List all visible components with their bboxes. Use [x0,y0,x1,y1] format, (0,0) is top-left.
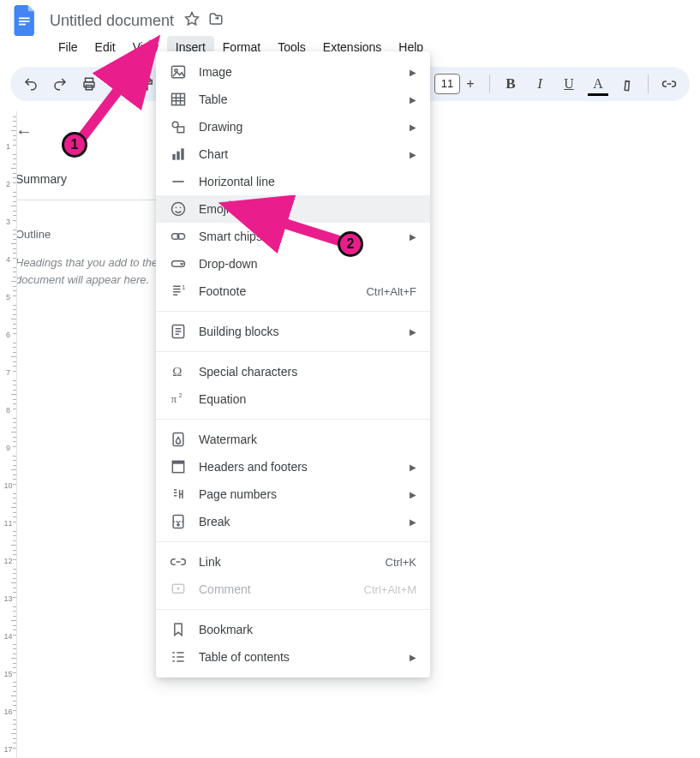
svg-rect-6 [142,78,150,82]
move-icon[interactable] [208,11,224,30]
insert-menu-building-blocks[interactable]: Building blocks▶ [156,318,430,345]
italic-button[interactable]: I [531,75,548,93]
menu-item-label: Watermark [199,433,416,446]
menu-edit[interactable]: Edit [87,36,124,58]
svg-rect-11 [177,127,184,133]
insert-menu-break[interactable]: Break▶ [156,508,430,535]
menu-item-label: Comment [199,582,364,596]
menu-item-label: Drop-down [199,257,416,271]
menu-item-label: Table of contents [199,650,410,664]
insert-menu-dropdown: Image▶Table▶Drawing▶Chart▶Horizontal lin… [156,51,430,677]
insert-menu-equation[interactable]: π2Equation [156,385,430,413]
docs-logo-icon[interactable] [10,5,41,36]
menu-shortcut: Ctrl+Alt+M [364,583,416,596]
menu-item-label: Equation [199,392,416,406]
undo-button[interactable] [22,75,39,93]
insert-menu-watermark[interactable]: Watermark [156,426,430,453]
insert-menu-special-characters[interactable]: ΩSpecial characters [156,358,430,385]
menu-item-label: Horizontal line [199,175,416,188]
svg-rect-20 [172,261,185,267]
svg-rect-18 [172,234,179,240]
insert-menu-smart-chips[interactable]: Smart chips▶ [156,223,430,250]
menu-divider [156,351,430,352]
menu-item-label: Link [199,555,386,569]
outline-heading: Outline [15,228,168,241]
bookmark-icon [170,621,187,638]
submenu-arrow-icon: ▶ [410,327,416,337]
back-arrow-icon[interactable]: ← [15,122,168,141]
insert-menu-image[interactable]: Image▶ [156,58,430,86]
insert-menu-page-numbers[interactable]: Page numbers▶ [156,480,430,508]
menu-item-label: Headers and footers [199,460,410,474]
break-icon [170,513,187,530]
highlight-button[interactable] [615,72,639,96]
svg-rect-30 [172,584,183,593]
spellcheck-button[interactable] [110,75,127,93]
summary-heading: Summary [15,172,168,186]
svg-rect-19 [177,234,184,240]
svg-rect-26 [173,433,183,446]
insert-menu-emoji[interactable]: Emoji [156,195,430,223]
menu-shortcut: Ctrl+Alt+F [366,285,416,298]
menu-item-label: Bookmark [199,623,416,636]
image-icon [170,63,187,81]
star-icon[interactable] [184,11,200,30]
menu-item-label: Footnote [199,284,366,298]
menu-item-label: Drawing [199,120,410,134]
pagenum-icon [170,486,187,503]
bold-button[interactable]: B [502,75,519,93]
svg-rect-0 [19,17,30,19]
submenu-arrow-icon: ▶ [410,463,416,472]
insert-menu-chart[interactable]: Chart▶ [156,140,430,168]
text-color-button[interactable]: A [589,75,607,93]
menu-divider [156,541,430,542]
insert-menu-link[interactable]: LinkCtrl+K [156,548,430,576]
svg-text:2: 2 [179,392,182,398]
svg-point-16 [176,207,177,209]
submenu-arrow-icon: ▶ [410,68,416,77]
svg-text:1: 1 [182,284,185,291]
submenu-arrow-icon: ▶ [410,95,416,104]
menu-item-label: Image [199,65,410,79]
svg-rect-2 [19,24,26,26]
svg-rect-14 [181,148,183,159]
footnote-icon: 1 [170,283,187,300]
title-bar: Untitled document [0,0,700,34]
annotation-badge-1: 1 [62,132,87,158]
insert-link-button[interactable] [661,75,678,93]
menu-item-label: Building blocks [199,325,410,338]
svg-point-15 [172,203,185,216]
font-size-increase[interactable]: + [464,76,477,92]
headers-icon [170,458,187,475]
insert-menu-table-of-contents[interactable]: Table of contents▶ [156,643,430,671]
menu-divider [156,609,430,610]
svg-rect-29 [173,516,183,528]
document-title[interactable]: Untitled document [50,12,174,30]
insert-menu-headers-and-footers[interactable]: Headers and footers▶ [156,453,430,480]
blocks-icon [170,323,187,340]
underline-button[interactable]: U [560,75,577,93]
drawing-icon [170,118,187,135]
insert-menu-footnote[interactable]: 1FootnoteCtrl+Alt+F [156,278,430,305]
divider [15,200,168,200]
submenu-arrow-icon: ▶ [410,150,416,159]
insert-menu-table[interactable]: Table▶ [156,86,430,113]
svg-rect-22 [172,325,183,338]
svg-point-17 [180,207,182,209]
insert-menu-horizontal-line[interactable]: Horizontal line [156,168,430,195]
print-button[interactable] [81,75,98,93]
menu-item-label: Smart chips [199,230,410,243]
font-size-input[interactable]: 11 [434,74,460,94]
redo-button[interactable] [51,75,69,93]
emoji-icon [170,200,187,218]
menu-file[interactable]: File [50,36,87,58]
insert-menu-drawing[interactable]: Drawing▶ [156,113,430,140]
hr-icon [170,173,187,190]
insert-menu-drop-down[interactable]: Drop-down [156,250,430,278]
pi-icon: π2 [170,391,187,408]
svg-point-8 [175,69,177,72]
svg-rect-27 [172,461,183,472]
paint-format-button[interactable] [139,75,156,93]
svg-rect-7 [172,66,185,77]
insert-menu-bookmark[interactable]: Bookmark [156,616,430,643]
